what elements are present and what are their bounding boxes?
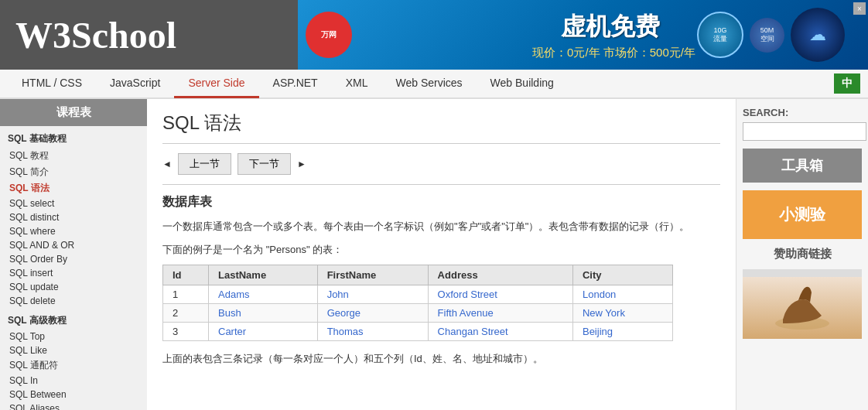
sidebar-link-sql-where[interactable]: SQL where bbox=[0, 224, 147, 238]
nav-server-side[interactable]: Server Side bbox=[174, 69, 258, 98]
logo-area: W3School bbox=[0, 0, 298, 70]
nav-xml[interactable]: XML bbox=[332, 69, 382, 98]
table-cell-id: 2 bbox=[163, 304, 209, 323]
col-header-city: City bbox=[572, 265, 672, 285]
sidebar-link-sql-tutorial[interactable]: SQL 教程 bbox=[0, 148, 147, 164]
table-body: 1AdamsJohnOxford StreetLondon2BushGeorge… bbox=[163, 285, 673, 341]
sidebar-link-sql-distinct[interactable]: SQL distinct bbox=[0, 210, 147, 224]
table-intro-prefix: 下面的例子是一个名为 bbox=[162, 244, 266, 255]
nav-web-services[interactable]: Web Services bbox=[381, 69, 476, 98]
sidebar-link-sql-update[interactable]: SQL update bbox=[0, 280, 147, 294]
sidebar-link-sql-wildcard[interactable]: SQL 通配符 bbox=[0, 357, 147, 374]
table-cell-address: Fifth Avenue bbox=[428, 304, 572, 323]
persons-table: Id LastName FirstName Address City 1Adam… bbox=[162, 265, 673, 341]
sponsor-img-inner bbox=[743, 277, 862, 339]
table-cell-city: New York bbox=[572, 304, 672, 323]
banner-brand-logo: 万网 bbox=[306, 12, 352, 58]
sidebar-link-sql-orderby[interactable]: SQL Order By bbox=[0, 252, 147, 266]
nav-chinese-btn[interactable]: 中 bbox=[834, 73, 860, 94]
sponsor-shoe-icon bbox=[771, 281, 833, 335]
table-row: 2BushGeorgeFifth AvenueNew York bbox=[163, 304, 673, 323]
prev-arrow-icon: ◄ bbox=[162, 159, 172, 169]
quiz-button[interactable]: 小测验 bbox=[743, 190, 862, 239]
main-content: SQL 语法 ◄ 上一节 下一节 ► 数据库表 一个数据库通常包含一个或多个表。… bbox=[147, 99, 736, 410]
prev-button[interactable]: 上一节 bbox=[178, 153, 231, 175]
search-input[interactable] bbox=[743, 122, 866, 141]
table-row: 3CarterThomasChangan StreetBeijing bbox=[163, 323, 673, 341]
table-cell-firstname: John bbox=[317, 285, 428, 304]
sidebar: 课程表 SQL 基础教程 SQL 教程 SQL 简介 SQL 语法 SQL se… bbox=[0, 99, 147, 410]
table-note: 上面的表包含三条记录（每一条对应一个人）和五个列（Id、姓、名、地址和城市）。 bbox=[162, 352, 720, 366]
next-button[interactable]: 下一节 bbox=[238, 153, 291, 175]
sidebar-link-sql-aliases[interactable]: SQL Aliases bbox=[0, 401, 147, 410]
sidebar-section-basic: SQL 基础教程 bbox=[0, 126, 147, 148]
nav-web-building[interactable]: Web Building bbox=[477, 69, 568, 98]
sidebar-link-sql-intro[interactable]: SQL 简介 bbox=[0, 164, 147, 180]
sidebar-title: 课程表 bbox=[0, 99, 147, 126]
divider-1 bbox=[162, 143, 720, 144]
col-header-id: Id bbox=[163, 265, 209, 285]
table-cell-city: London bbox=[572, 285, 672, 304]
table-cell-id: 3 bbox=[163, 323, 209, 341]
sidebar-link-sql-like[interactable]: SQL Like bbox=[0, 343, 147, 357]
sidebar-link-sql-insert[interactable]: SQL insert bbox=[0, 266, 147, 280]
table-cell-city: Beijing bbox=[572, 323, 672, 341]
sidebar-link-sql-syntax[interactable]: SQL 语法 bbox=[0, 180, 147, 196]
table-cell-lastname: Carter bbox=[209, 323, 318, 341]
page-nav-buttons: ◄ 上一节 下一节 ► bbox=[162, 153, 720, 175]
table-cell-lastname: Adams bbox=[209, 285, 318, 304]
sidebar-link-sql-select[interactable]: SQL select bbox=[0, 196, 147, 210]
sidebar-link-sql-between[interactable]: SQL Between bbox=[0, 388, 147, 401]
table-cell-firstname: George bbox=[317, 304, 428, 323]
table-cell-id: 1 bbox=[163, 285, 209, 304]
search-row: Go bbox=[743, 122, 862, 141]
col-header-firstname: FirstName bbox=[317, 265, 428, 285]
navigation-bar: HTML / CSS JavaScript Server Side ASP.NE… bbox=[0, 70, 868, 99]
table-cell-lastname: Bush bbox=[209, 304, 318, 323]
banner-sub-text: 现价：0元/年 市场价：500元/年 bbox=[532, 46, 695, 60]
table-intro-suffix: 的表： bbox=[310, 244, 343, 255]
search-label: SEARCH: bbox=[743, 107, 862, 118]
nav-javascript[interactable]: JavaScript bbox=[96, 69, 174, 98]
table-intro: 下面的例子是一个名为 "Persons" 的表： bbox=[162, 243, 720, 257]
table-row: 1AdamsJohnOxford StreetLondon bbox=[163, 285, 673, 304]
sponsor-title: 赞助商链接 bbox=[743, 247, 862, 261]
sidebar-link-sql-delete[interactable]: SQL delete bbox=[0, 294, 147, 308]
sidebar-link-sql-top[interactable]: SQL Top bbox=[0, 330, 147, 343]
col-header-address: Address bbox=[428, 265, 572, 285]
banner-area: × 万网 虚机免费 现价：0元/年 市场价：500元/年 10G流量 50M空间… bbox=[298, 0, 868, 70]
table-cell-address: Oxford Street bbox=[428, 285, 572, 304]
toolbox-label: 工具箱 bbox=[743, 149, 862, 183]
next-arrow-icon: ► bbox=[297, 159, 306, 169]
search-box: SEARCH: Go bbox=[743, 107, 862, 141]
col-header-lastname: LastName bbox=[209, 265, 318, 285]
page-title: SQL 语法 bbox=[162, 111, 720, 135]
right-panel: SEARCH: Go 工具箱 小测验 赞助商链接 bbox=[736, 99, 868, 410]
sidebar-section-advanced: SQL 高级教程 bbox=[0, 308, 147, 330]
banner-main-text: 虚机免费 bbox=[561, 10, 660, 44]
banner-close-btn[interactable]: × bbox=[853, 2, 866, 15]
table-cell-firstname: Thomas bbox=[317, 323, 428, 341]
sidebar-link-sql-in[interactable]: SQL In bbox=[0, 374, 147, 388]
sponsor-image bbox=[743, 269, 862, 339]
table-name-highlight: "Persons" bbox=[266, 244, 310, 255]
nav-aspnet[interactable]: ASP.NET bbox=[259, 69, 332, 98]
table-cell-address: Changan Street bbox=[428, 323, 572, 341]
paragraph-1: 一个数据库通常包含一个或多个表。每个表由一个名字标识（例如"客户"或者"订单"）… bbox=[162, 218, 720, 235]
sidebar-link-sql-and-or[interactable]: SQL AND & OR bbox=[0, 238, 147, 252]
divider-2 bbox=[162, 184, 720, 185]
nav-html-css[interactable]: HTML / CSS bbox=[8, 69, 96, 98]
site-logo: W3School bbox=[15, 14, 176, 56]
section-heading-db-table: 数据库表 bbox=[162, 194, 720, 210]
